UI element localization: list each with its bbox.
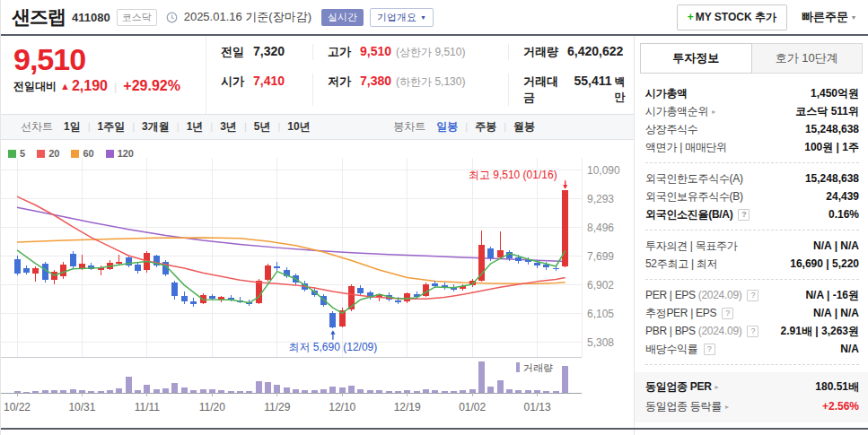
candle-body [432, 283, 438, 286]
label-text: 외국인보유주식수(B) [645, 189, 743, 204]
market-cap-rank-value: 코스닥 511위 [795, 104, 859, 119]
volume-bar [246, 391, 252, 393]
volume-bar [339, 387, 346, 393]
current-price: 9,510 [13, 42, 206, 77]
realtime-badge[interactable]: 실시간 [321, 9, 364, 26]
summary-label: 전일 [221, 44, 244, 60]
volume-bar [181, 387, 188, 393]
candle-body [265, 265, 271, 280]
volume-bar [329, 387, 336, 393]
foreign-held-shares-label: 외국인보유주식수(B) [645, 189, 743, 204]
x-axis-label: 01/13 [524, 401, 551, 413]
foreign-limit-shares-label: 외국인한도주식수(A) [645, 171, 743, 187]
volume-bar [265, 382, 271, 393]
ma-legend-item-20: 20 [37, 148, 59, 159]
help-icon[interactable]: ? [747, 290, 758, 301]
label-text: 시가총액 [645, 86, 688, 101]
per-eps-value: N/A | -16원 [805, 288, 859, 303]
help-icon[interactable]: ? [722, 308, 733, 319]
up-arrow-icon: ▲ [60, 81, 70, 91]
row-market-cap-rank: 시가총액순위▸코스닥 511위 [645, 102, 859, 120]
volume-bar [60, 390, 66, 393]
week52-high-low-label: 52주최고 | 최저 [645, 257, 717, 272]
industry-change-label[interactable]: 동일업종 등락률▸ [645, 399, 729, 414]
summary-label: 거래량 [523, 44, 558, 60]
chart-area: 52060120 10,0909,2938,4967,6996,9026,105… [1, 140, 634, 435]
label-text: 액면가 | 매매단위 [645, 140, 727, 155]
candle-monthly[interactable]: 월봉 [513, 119, 535, 135]
candle-body [171, 283, 178, 296]
my-stock-add-button[interactable]: +MY STOCK 추가 [677, 4, 787, 30]
divider: | [177, 121, 180, 132]
period-1day[interactable]: 1일 [64, 119, 81, 135]
dashed-divider [645, 364, 859, 365]
candle-body [256, 281, 262, 303]
summary-label: 거래대금 [523, 74, 565, 106]
label-text: 시가총액순위 [645, 104, 708, 119]
volume-bar [153, 389, 160, 393]
ma-legend: 52060120 [8, 148, 134, 159]
volume-bar [404, 390, 410, 393]
summary-value: 7,380 [360, 74, 391, 88]
volume-bar [534, 390, 540, 393]
help-icon[interactable]: ? [747, 326, 758, 337]
candle-weekly[interactable]: 주봉 [475, 119, 496, 135]
chevron-right-icon: ▸ [715, 383, 719, 391]
candle-daily[interactable]: 일봉 [436, 119, 458, 135]
row-industry-per: 동일업종 PER▸180.51배 [645, 377, 859, 396]
volume-bar [395, 391, 401, 393]
tab-orderbook-10[interactable]: 호가 10단계 [752, 43, 864, 74]
week52-high-low-value: 16,690 | 5,220 [790, 257, 859, 270]
summary-label: 고가 [328, 44, 351, 60]
candle-body [181, 296, 188, 301]
candle-body [357, 288, 364, 293]
industry-per-label[interactable]: 동일업종 PER▸ [645, 379, 718, 395]
divider: | [277, 121, 280, 132]
dashed-divider [645, 279, 859, 280]
x-axis-label: 12/10 [329, 401, 355, 413]
volume-bar [98, 391, 104, 393]
volume-bar [190, 390, 197, 393]
header-actions: +MY STOCK 추가 빠른주문 ▾ [677, 4, 857, 30]
period-1week[interactable]: 1주일 [98, 119, 126, 135]
help-icon[interactable]: ? [704, 344, 715, 355]
chevron-down-icon: ▾ [852, 13, 855, 22]
company-overview-label: 기업개요 [377, 11, 416, 24]
period-10year[interactable]: 10년 [287, 119, 310, 135]
volume-bar [320, 389, 327, 393]
down-arrow-icon [563, 185, 567, 189]
y-axis-label: 5,308 [587, 336, 614, 349]
market-cap-label: 시가총액 [645, 86, 688, 101]
dividend-yield-label: 배당수익률? [645, 342, 715, 357]
company-overview-button[interactable]: 기업개요 ▼ [370, 8, 434, 27]
candle-body [395, 300, 401, 302]
market-cap-rank-label[interactable]: 시가총액순위▸ [645, 104, 715, 119]
summary-trade-value: 거래대금55,411백만 [508, 74, 634, 106]
candle-body [190, 301, 197, 304]
candle-body [534, 263, 540, 265]
x-axis-label: 10/22 [4, 401, 31, 413]
gridlines: 10,0909,2938,4967,6996,9026,1055,308 [1, 158, 620, 358]
stock-detail-page: 샌즈랩 411080 코스닥 2025.01.16 기준(장마감) 실시간 기업… [0, 0, 868, 435]
volume-bar [42, 390, 48, 393]
quick-order-button[interactable]: 빠른주문 ▾ [802, 9, 855, 25]
label-text: 외국인한도주식수(A) [645, 171, 743, 187]
x-axis-label: 11/20 [199, 401, 225, 413]
divider: | [114, 80, 117, 93]
tab-invest-info[interactable]: 투자정보 [640, 43, 752, 74]
volume-bar [23, 392, 30, 393]
summary-value: 7,320 [253, 44, 285, 58]
volume-bar [200, 389, 206, 393]
candle-chart-label: 봉차트 [393, 119, 425, 135]
period-3year[interactable]: 3년 [220, 119, 237, 135]
period-1year[interactable]: 1년 [187, 119, 204, 135]
listed-shares-value: 15,248,638 [805, 123, 859, 135]
candle-body [60, 265, 66, 276]
period-3month[interactable]: 3개월 [142, 119, 170, 135]
industry-section: 동일업종 PER▸180.51배동일업종 등락률▸+2.56% [635, 372, 868, 422]
period-5year[interactable]: 5년 [254, 119, 271, 135]
label-text: 외국인소진율(B/A) [645, 207, 732, 222]
help-icon[interactable]: ? [738, 209, 750, 221]
face-value-trade-unit-value: 100원 | 1주 [804, 140, 859, 155]
volume-bar [525, 390, 531, 393]
